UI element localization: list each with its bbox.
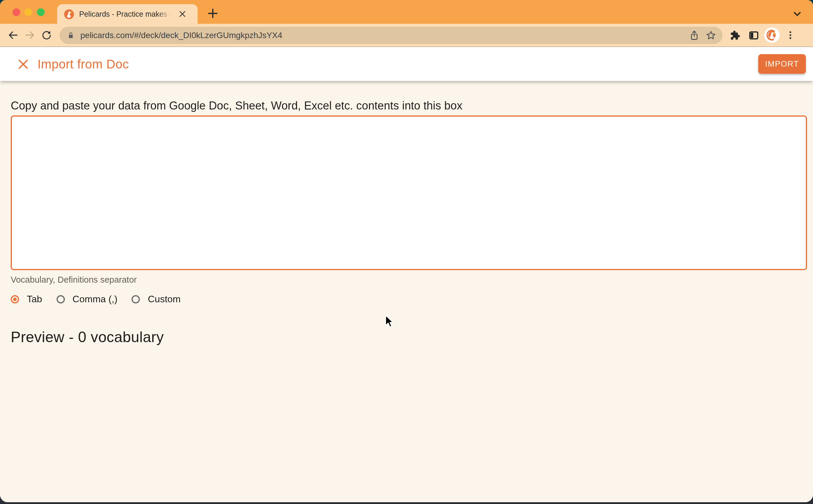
minimize-window-button[interactable]	[24, 8, 32, 16]
page-title: Import from Doc	[37, 57, 129, 71]
close-icon	[17, 58, 29, 70]
url-text: pelicards.com/#/deck/deck_DI0kLzerGUmgkp…	[80, 30, 686, 40]
separator-section-label: Vocabulary, Definitions separator	[11, 274, 813, 286]
screen: Pelicards - Practice makes perf	[0, 0, 813, 504]
radio-button-comma[interactable]	[57, 295, 65, 303]
browser-menu-icon[interactable]	[782, 27, 799, 43]
lock-icon	[67, 31, 75, 40]
paste-data-textarea[interactable]	[11, 115, 807, 270]
radio-option-tab[interactable]: Tab	[11, 294, 42, 305]
browser-window: Pelicards - Practice makes perf	[0, 0, 813, 502]
back-button[interactable]	[5, 27, 21, 43]
zoom-window-button[interactable]	[37, 8, 44, 16]
import-dialog-header: Import from Doc IMPORT	[0, 47, 813, 81]
share-icon[interactable]	[686, 27, 702, 43]
pelicards-favicon-icon	[64, 9, 74, 19]
forward-button[interactable]	[21, 27, 38, 43]
window-controls	[12, 8, 44, 16]
profile-avatar[interactable]	[764, 27, 780, 43]
bookmark-star-icon[interactable]	[702, 27, 719, 43]
radio-button-custom[interactable]	[132, 295, 140, 303]
new-tab-button[interactable]	[206, 7, 219, 20]
browser-tab[interactable]: Pelicards - Practice makes perf	[57, 4, 198, 24]
extensions-puzzle-icon[interactable]	[726, 27, 743, 43]
separator-radio-group: Tab Comma (,) Custom	[11, 294, 813, 305]
radio-option-comma[interactable]: Comma (,)	[57, 294, 118, 305]
tab-title: Pelicards - Practice makes perf	[79, 9, 173, 19]
side-panel-icon[interactable]	[745, 27, 762, 43]
radio-label-custom: Custom	[148, 294, 181, 305]
browser-titlebar: Pelicards - Practice makes perf	[0, 0, 813, 24]
tab-search-chevron-icon[interactable]	[793, 10, 802, 21]
pelicards-logo-icon	[765, 29, 778, 42]
radio-label-tab: Tab	[27, 294, 42, 305]
reload-button[interactable]	[38, 27, 55, 43]
paste-instruction-label: Copy and paste your data from Google Doc…	[11, 99, 813, 113]
import-dialog-body: Copy and paste your data from Google Doc…	[0, 81, 813, 502]
radio-label-comma: Comma (,)	[73, 294, 118, 305]
close-window-button[interactable]	[12, 8, 20, 16]
radio-option-custom[interactable]: Custom	[132, 294, 181, 305]
import-button[interactable]: IMPORT	[758, 54, 806, 74]
browser-toolbar: pelicards.com/#/deck/deck_DI0kLzerGUmgkp…	[0, 24, 813, 47]
tab-close-icon[interactable]	[177, 9, 187, 19]
preview-heading: Preview - 0 vocabulary	[11, 328, 813, 346]
close-dialog-button[interactable]	[11, 51, 36, 76]
toolbar-right-icons	[726, 27, 799, 43]
address-bar[interactable]: pelicards.com/#/deck/deck_DI0kLzerGUmgkp…	[60, 26, 723, 44]
tab-title-fade	[158, 9, 173, 19]
radio-button-tab[interactable]	[11, 295, 19, 303]
